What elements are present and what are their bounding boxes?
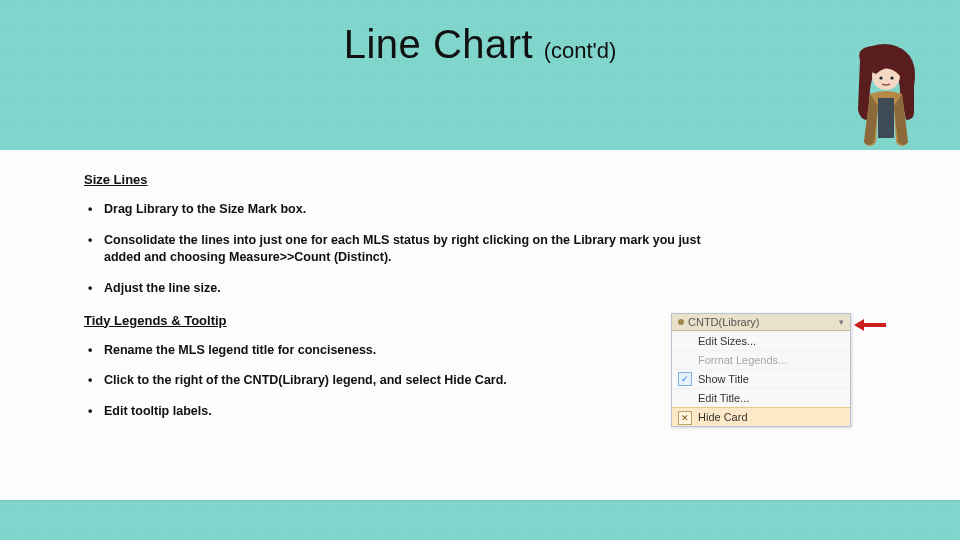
legend-dot-icon [678, 319, 684, 325]
context-menu-header: CNTD(Library) ▾ [672, 314, 850, 331]
list-item: Adjust the line size. [88, 280, 728, 297]
slide-title: Line Chart (cont'd) [0, 22, 960, 67]
menu-item-show-title[interactable]: Show Title [672, 369, 850, 388]
context-menu-figure: CNTD(Library) ▾ Edit Sizes... Format Leg… [671, 313, 876, 427]
chevron-down-icon: ▾ [839, 317, 844, 327]
menu-item-edit-sizes[interactable]: Edit Sizes... [672, 331, 850, 350]
size-lines-list: Drag Library to the Size Mark box. Conso… [88, 201, 876, 297]
list-item: Drag Library to the Size Mark box. [88, 201, 728, 218]
list-item: Click to the right of the CNTD(Library) … [88, 372, 653, 389]
menu-item-format-legends: Format Legends... [672, 350, 850, 369]
menu-item-hide-card[interactable]: Hide Card [672, 407, 850, 426]
content-card: Size Lines Drag Library to the Size Mark… [0, 150, 960, 500]
title-suffix: (cont'd) [544, 38, 617, 63]
list-item: Rename the MLS legend title for concisen… [88, 342, 653, 359]
list-item: Edit tooltip labels. [88, 403, 653, 420]
svg-point-2 [890, 76, 893, 79]
callout-arrow-icon [856, 319, 886, 331]
context-menu-header-label: CNTD(Library) [688, 316, 760, 328]
list-item: Consolidate the lines into just one for … [88, 232, 728, 266]
section-heading-tidy: Tidy Legends & Tooltip [84, 313, 653, 328]
svg-point-1 [879, 76, 882, 79]
section-heading-size-lines: Size Lines [84, 172, 876, 187]
avatar-illustration [848, 42, 924, 152]
menu-item-edit-title[interactable]: Edit Title... [672, 388, 850, 407]
tidy-list: Rename the MLS legend title for concisen… [88, 342, 653, 421]
context-menu: CNTD(Library) ▾ Edit Sizes... Format Leg… [671, 313, 851, 427]
svg-rect-3 [878, 98, 894, 138]
title-main: Line Chart [344, 22, 534, 66]
